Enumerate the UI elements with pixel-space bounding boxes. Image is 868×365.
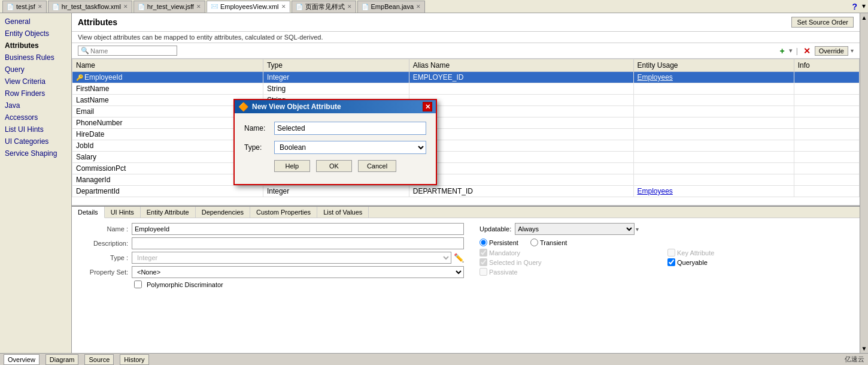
dialog-title-bar: 🔶 New View Object Attribute ✕ xyxy=(235,100,436,113)
dialog-buttons: Help OK Cancel xyxy=(244,160,426,176)
new-view-object-dialog: 🔶 New View Object Attribute ✕ Name: Type… xyxy=(233,99,437,185)
dialog-overlay: 🔶 New View Object Attribute ✕ Name: Type… xyxy=(0,0,868,365)
dialog-type-select[interactable]: Boolean String Integer Long Double BigDe… xyxy=(274,141,426,154)
dialog-type-label: Type: xyxy=(244,143,274,152)
dialog-body: Name: Type: Boolean String Integer Long … xyxy=(235,113,436,184)
dialog-cancel-button[interactable]: Cancel xyxy=(358,160,396,172)
dialog-name-input[interactable] xyxy=(274,122,426,135)
dialog-help-button[interactable]: Help xyxy=(274,160,310,172)
dialog-close-button[interactable]: ✕ xyxy=(423,102,432,111)
dialog-ok-button[interactable]: OK xyxy=(316,160,352,172)
dialog-name-label: Name: xyxy=(244,124,274,132)
dialog-title: New View Object Attribute xyxy=(252,102,341,111)
dialog-icon: 🔶 xyxy=(238,102,248,111)
